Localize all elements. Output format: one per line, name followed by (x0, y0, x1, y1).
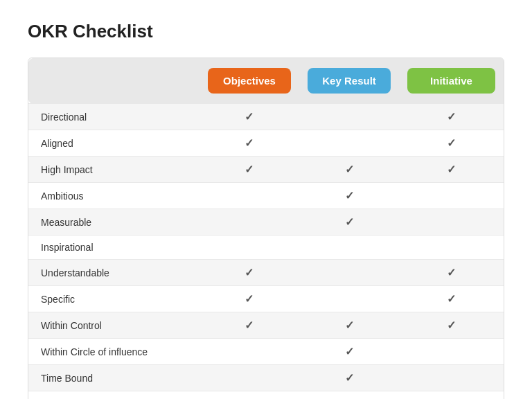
row-initiative-cell: ✓ (399, 130, 504, 157)
page-title: OKR Checklist (28, 21, 504, 42)
table-row: Understandable✓✓ (28, 260, 504, 286)
row-label: Within Control (28, 312, 200, 339)
row-objectives-cell: ✓ (200, 157, 299, 183)
col-initiative-header: Initiative (399, 58, 504, 104)
table-row: Measurable✓ (28, 209, 504, 236)
row-initiative-cell: ✓ (399, 312, 504, 339)
row-keyresult-cell: ✓ (299, 209, 399, 236)
row-initiative-cell: Min. 2 (399, 391, 504, 400)
row-objectives-cell: ✓ (200, 312, 299, 339)
table-row: Within Circle of influence✓ (28, 339, 504, 365)
table-row: Inspirational (28, 236, 504, 260)
row-keyresult-cell: ✓ (299, 365, 399, 391)
table-row: Aligned✓✓ (28, 130, 504, 157)
row-objectives-cell (200, 209, 299, 236)
row-objectives-cell (200, 183, 299, 209)
col-empty-header (28, 58, 200, 104)
row-label: Ambitious (28, 183, 200, 209)
row-objectives-cell: ✓ (200, 286, 299, 312)
row-objectives-cell (200, 236, 299, 260)
table-row: Amount1-31-4Min. 2 (28, 391, 504, 400)
row-initiative-cell: ✓ (399, 157, 504, 183)
row-objectives-cell (200, 365, 299, 391)
row-keyresult-cell (299, 236, 399, 260)
table-row: Specific✓✓ (28, 286, 504, 312)
row-initiative-cell (399, 236, 504, 260)
row-keyresult-cell (299, 130, 399, 157)
row-label: Measurable (28, 209, 200, 236)
row-label: Inspirational (28, 236, 200, 260)
table-row: Time Bound✓ (28, 365, 504, 391)
row-initiative-cell: ✓ (399, 286, 504, 312)
table-row: Directional✓✓ (28, 104, 504, 130)
col-objectives-header: Objectives (200, 58, 299, 104)
row-label: Amount (28, 391, 200, 400)
row-objectives-cell: 1-3 (200, 391, 299, 400)
row-initiative-cell: ✓ (399, 260, 504, 286)
row-objectives-cell (200, 339, 299, 365)
table-row: High Impact✓✓✓ (28, 157, 504, 183)
row-label: Within Circle of influence (28, 339, 200, 365)
row-keyresult-cell (299, 104, 399, 130)
row-keyresult-cell: ✓ (299, 312, 399, 339)
row-keyresult-cell: ✓ (299, 183, 399, 209)
row-label: Directional (28, 104, 200, 130)
row-keyresult-cell (299, 286, 399, 312)
row-initiative-cell: ✓ (399, 104, 504, 130)
row-keyresult-cell: ✓ (299, 339, 399, 365)
row-label: Aligned (28, 130, 200, 157)
row-objectives-cell: ✓ (200, 130, 299, 157)
row-initiative-cell (399, 365, 504, 391)
col-keyresult-header: Key Result (299, 58, 399, 104)
row-initiative-cell (399, 339, 504, 365)
row-initiative-cell (399, 183, 504, 209)
row-objectives-cell: ✓ (200, 260, 299, 286)
row-label: High Impact (28, 157, 200, 183)
row-objectives-cell: ✓ (200, 104, 299, 130)
row-initiative-cell (399, 209, 504, 236)
row-keyresult-cell: 1-4 (299, 391, 399, 400)
table-row: Ambitious✓ (28, 183, 504, 209)
row-keyresult-cell (299, 260, 399, 286)
row-keyresult-cell: ✓ (299, 157, 399, 183)
table-row: Within Control✓✓✓ (28, 312, 504, 339)
checklist-table: Objectives Key Result Initiative Directi… (28, 58, 504, 399)
row-label: Specific (28, 286, 200, 312)
checklist-table-wrap: Objectives Key Result Initiative Directi… (28, 57, 504, 399)
row-label: Time Bound (28, 365, 200, 391)
row-label: Understandable (28, 260, 200, 286)
